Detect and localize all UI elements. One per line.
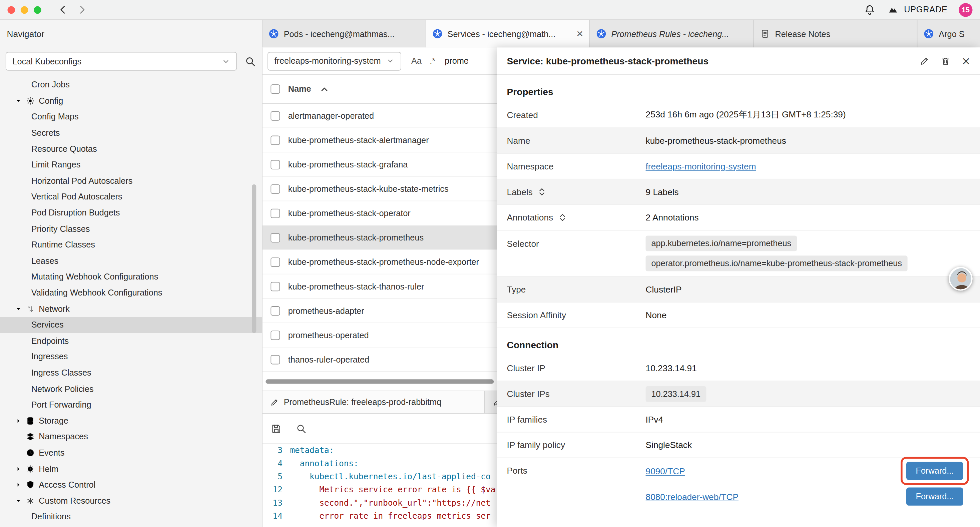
sidebar-item-ingresses[interactable]: Ingresses	[0, 349, 262, 365]
search-input[interactable]	[443, 56, 490, 66]
navigator-search-icon[interactable]	[245, 56, 256, 67]
chevron-down-icon	[386, 57, 394, 65]
port-link[interactable]: 8080:reloader-web/TCP	[646, 492, 739, 502]
forward-button[interactable]: Forward...	[906, 488, 963, 506]
drawer-header: Service: kube-prometheus-stack-prometheu…	[497, 47, 980, 75]
row-checkbox[interactable]	[270, 355, 280, 364]
sidebar-item-definitions[interactable]: Definitions	[0, 509, 262, 525]
sidebar-item-priority-classes[interactable]: Priority Classes	[0, 221, 262, 237]
edit-icon[interactable]	[920, 56, 930, 66]
code-line: kubectl.kubernetes.io/last-applied-co	[290, 470, 490, 483]
match-case-button[interactable]: Aa	[411, 56, 422, 66]
expand-toggle-icon[interactable]	[557, 212, 567, 223]
property-row-annotations: Annotations 2 Annotations	[497, 205, 980, 231]
tab-prometheus-rules[interactable]: Prometheus Rules - icecheng...	[590, 20, 754, 47]
kubernetes-icon	[433, 29, 442, 39]
sidebar-item-events[interactable]: Events	[0, 444, 262, 461]
sidebar-item-config-maps[interactable]: Config Maps	[0, 109, 262, 125]
upgrade-label: UPGRADE	[904, 5, 947, 14]
tab-services[interactable]: Services - icecheng@math... ×	[426, 20, 590, 47]
sort-ascending-icon[interactable]	[319, 84, 329, 94]
kubernetes-icon	[597, 29, 606, 39]
maximize-window-button[interactable]	[34, 6, 41, 13]
sidebar-item-vertical-pod-autoscalers[interactable]: Vertical Pod Autoscalers	[0, 189, 262, 205]
chevron-right-icon[interactable]	[15, 465, 22, 472]
sidebar-scrollbar[interactable]	[252, 185, 256, 333]
sidebar-item-custom-resources[interactable]: Custom Resources	[0, 493, 262, 509]
name-column-header[interactable]: Name	[288, 84, 311, 94]
kubernetes-icon	[924, 29, 934, 39]
sidebar-item-helm[interactable]: Helm	[0, 461, 262, 477]
sidebar-item-horizontal-pod-autoscalers[interactable]: Horizontal Pod Autoscalers	[0, 173, 262, 189]
kubeconfig-selector[interactable]: Local Kubeconfigs	[6, 52, 237, 71]
sidebar-item-config[interactable]: Config	[0, 93, 262, 109]
sidebar-item-ingress-classes[interactable]: Ingress Classes	[0, 365, 262, 381]
chevron-down-icon	[222, 57, 230, 65]
sidebar-item-secrets[interactable]: Secrets	[0, 125, 262, 141]
row-checkbox[interactable]	[270, 160, 280, 169]
row-checkbox[interactable]	[270, 135, 280, 145]
sidebar-item-network-policies[interactable]: Network Policies	[0, 381, 262, 397]
avatar[interactable]	[949, 267, 972, 291]
sidebar-item-services[interactable]: Services	[0, 317, 262, 333]
chevron-right-icon[interactable]	[15, 481, 22, 488]
notifications-bell-icon[interactable]	[864, 4, 876, 16]
row-checkbox[interactable]	[270, 306, 280, 315]
sidebar-item-pod-disruption-budgets[interactable]: Pod Disruption Budgets	[0, 205, 262, 221]
close-window-button[interactable]	[7, 6, 15, 13]
upgrade-button[interactable]: UPGRADE	[887, 5, 948, 15]
sidebar-item-namespaces[interactable]: Namespaces	[0, 428, 262, 444]
sidebar-item-storage[interactable]: Storage	[0, 413, 262, 429]
chevron-down-icon[interactable]	[15, 97, 22, 104]
regex-button[interactable]: .*	[430, 56, 435, 66]
row-checkbox[interactable]	[270, 184, 280, 193]
row-checkbox[interactable]	[270, 111, 280, 120]
row-checkbox[interactable]	[270, 257, 280, 266]
chevron-down-icon[interactable]	[15, 497, 22, 504]
close-drawer-icon[interactable]: ×	[962, 54, 970, 68]
tab-pods[interactable]: Pods - icecheng@mathmas...	[262, 20, 426, 47]
row-checkbox[interactable]	[270, 233, 280, 242]
port-link[interactable]: 9090/TCP	[646, 466, 685, 476]
forward-icon[interactable]	[76, 4, 88, 16]
sidebar-item-limit-ranges[interactable]: Limit Ranges	[0, 157, 262, 173]
chevron-right-icon[interactable]	[15, 417, 22, 424]
sidebar-item-mutating-webhook-configurations[interactable]: Mutating Webhook Configurations	[0, 269, 262, 285]
sidebar-item-validating-webhook-configurations[interactable]: Validating Webhook Configurations	[0, 285, 262, 301]
horizontal-scrollbar[interactable]	[266, 379, 494, 384]
dock-tab-prometheusrule[interactable]: PrometheusRule: freeleaps-prod-rabbitmq	[262, 391, 485, 413]
sidebar-item-port-forwarding[interactable]: Port Forwarding	[0, 397, 262, 413]
connection-section-heading: Connection	[497, 328, 980, 355]
sidebar-item-cron-jobs[interactable]: Cron Jobs	[0, 77, 262, 93]
forward-button[interactable]: Forward...	[906, 462, 963, 480]
sidebar-item-leases[interactable]: Leases	[0, 253, 262, 269]
delete-icon[interactable]	[941, 56, 951, 66]
save-icon[interactable]	[270, 423, 282, 434]
row-checkbox[interactable]	[270, 209, 280, 218]
chevron-down-icon[interactable]	[15, 306, 22, 312]
minimize-window-button[interactable]	[21, 6, 28, 13]
tab-argo[interactable]: Argo S	[918, 20, 980, 47]
connection-row-ip-families: IP families IPv4	[497, 407, 980, 433]
sidebar-item-resource-quotas[interactable]: Resource Quotas	[0, 141, 262, 157]
upgrade-mountains-icon	[887, 5, 900, 15]
sidebar-item-runtime-classes[interactable]: Runtime Classes	[0, 237, 262, 253]
code-line: Metrics service error rate is {{ $va	[290, 483, 495, 496]
connection-row-ports: Ports 9090/TCP Forward... 8080:reloader-…	[497, 458, 980, 509]
namespace-link[interactable]: freeleaps-monitoring-system	[646, 161, 756, 171]
sidebar-item-access-control[interactable]: Access Control	[0, 477, 262, 493]
editor-search-icon[interactable]	[296, 423, 307, 434]
service-details-drawer: Service: kube-prometheus-stack-prometheu…	[497, 47, 980, 527]
namespace-selector[interactable]: freeleaps-monitoring-system	[267, 52, 401, 70]
expand-toggle-icon[interactable]	[537, 187, 547, 197]
row-checkbox[interactable]	[270, 330, 280, 339]
tab-release-notes[interactable]: Release Notes	[754, 20, 918, 47]
close-tab-icon[interactable]: ×	[576, 28, 583, 39]
back-icon[interactable]	[57, 4, 69, 16]
custom-resources-icon	[26, 496, 35, 505]
notification-count-badge[interactable]: 15	[959, 3, 972, 16]
row-checkbox[interactable]	[270, 282, 280, 291]
sidebar-item-network[interactable]: Network	[0, 301, 262, 317]
sidebar-item-endpoints[interactable]: Endpoints	[0, 333, 262, 349]
select-all-checkbox[interactable]	[270, 84, 280, 94]
